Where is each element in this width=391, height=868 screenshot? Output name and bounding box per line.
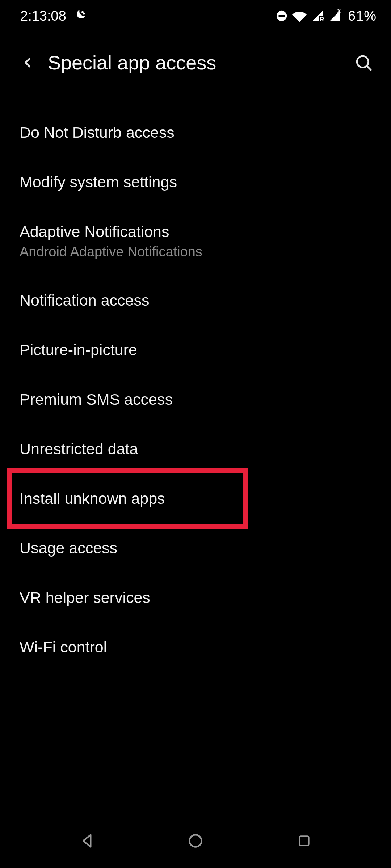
item-title: Notification access <box>20 292 371 309</box>
item-subtitle: Android Adaptive Notifications <box>20 244 371 260</box>
navigation-bar <box>0 814 391 868</box>
item-usage-access[interactable]: Usage access <box>0 523 391 573</box>
settings-list: Do Not Disturb access Modify system sett… <box>0 93 391 672</box>
nav-home-button[interactable] <box>174 819 217 863</box>
search-icon <box>354 53 373 72</box>
svg-point-0 <box>82 12 83 13</box>
app-bar: Special app access <box>0 32 391 93</box>
nav-back-button[interactable] <box>65 819 109 863</box>
chevron-left-icon <box>20 55 35 71</box>
nav-recents-button[interactable] <box>282 819 326 863</box>
dnd-minus-icon <box>276 10 288 22</box>
item-notification-access[interactable]: Notification access <box>0 276 391 325</box>
status-right: R x 61% <box>276 8 377 24</box>
item-title: Usage access <box>20 539 371 557</box>
status-left: 2:13:08 <box>20 8 86 24</box>
item-title: Adaptive Notifications <box>20 223 371 241</box>
item-wifi-control[interactable]: Wi-Fi control <box>0 622 391 672</box>
status-time: 2:13:08 <box>20 8 66 24</box>
item-vr-helper-services[interactable]: VR helper services <box>0 573 391 622</box>
item-title: Wi-Fi control <box>20 638 371 656</box>
status-bar: 2:13:08 R x 61% <box>0 0 391 32</box>
item-adaptive-notifications[interactable]: Adaptive Notifications Android Adaptive … <box>0 207 391 276</box>
item-title: Do Not Disturb access <box>20 124 371 141</box>
item-title: Install unknown apps <box>20 490 371 507</box>
item-title: Modify system settings <box>20 173 371 191</box>
item-title: Picture-in-picture <box>20 341 371 359</box>
dnd-moon-icon <box>73 9 86 22</box>
item-premium-sms-access[interactable]: Premium SMS access <box>0 375 391 424</box>
battery-text: 61% <box>348 8 377 24</box>
svg-rect-7 <box>299 836 309 846</box>
item-title: Unrestricted data <box>20 440 371 458</box>
svg-rect-3 <box>278 15 285 17</box>
svg-point-6 <box>189 835 201 847</box>
svg-point-1 <box>83 13 84 14</box>
nav-back-icon <box>78 832 96 850</box>
svg-line-5 <box>367 66 371 70</box>
item-title: Premium SMS access <box>20 391 371 408</box>
wifi-icon <box>292 10 307 22</box>
item-title: VR helper services <box>20 589 371 607</box>
item-install-unknown-apps[interactable]: Install unknown apps <box>0 474 391 523</box>
item-do-not-disturb-access[interactable]: Do Not Disturb access <box>0 108 391 157</box>
back-button[interactable] <box>14 50 41 76</box>
nav-home-icon <box>186 832 205 850</box>
nav-recents-icon <box>296 833 312 849</box>
item-unrestricted-data[interactable]: Unrestricted data <box>0 424 391 474</box>
page-title: Special app access <box>48 51 350 74</box>
signal-1-icon: R <box>311 10 324 22</box>
item-picture-in-picture[interactable]: Picture-in-picture <box>0 325 391 375</box>
search-button[interactable] <box>350 50 377 76</box>
signal-2-icon: x <box>328 10 341 22</box>
item-modify-system-settings[interactable]: Modify system settings <box>0 157 391 207</box>
